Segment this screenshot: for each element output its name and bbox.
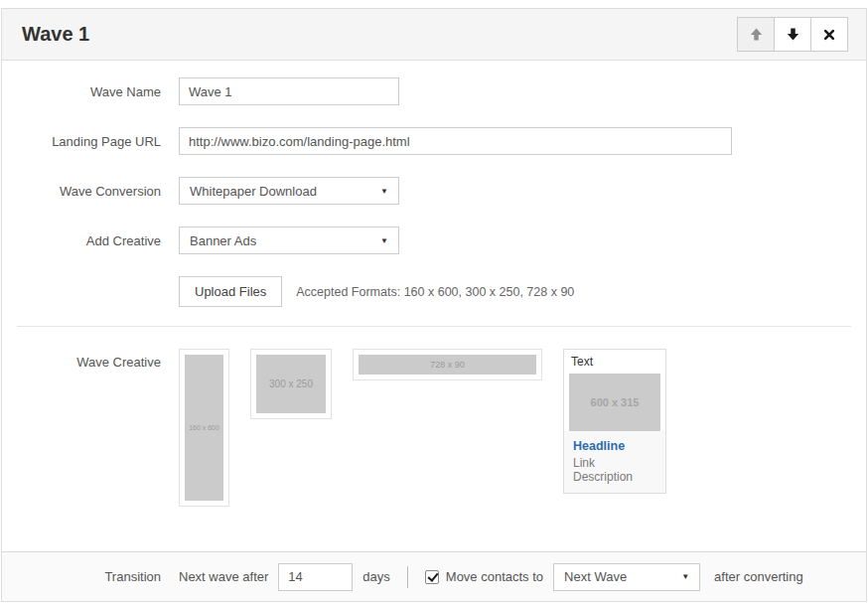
move-to-selected-value: Next Wave [564,569,627,584]
transition-bar: Transition Next wave after days Move con… [2,551,866,601]
creative-banner-160x600: 160 x 600 [179,349,229,507]
creative-banner-300x250: 300 x 250 [250,349,332,419]
creative-banner-728x90: 728 x 90 [353,349,542,380]
panel-header: Wave 1 [2,9,866,61]
landing-page-url-row: Landing Page URL [2,127,866,155]
text-ad-headline: Headline [573,439,656,453]
move-contacts-label: Move contacts to [446,569,543,584]
move-wave-up-button[interactable] [737,17,775,52]
wave-name-input[interactable] [179,77,399,105]
move-contacts-checkbox[interactable] [425,570,439,584]
wave-name-label: Wave Name [2,84,161,99]
wave-panel: Wave 1 Wave Name [1,8,867,602]
close-icon [823,29,835,41]
section-divider [17,326,851,327]
arrow-down-icon [786,27,800,42]
move-wave-down-button[interactable] [774,17,811,52]
chevron-down-icon: ▼ [681,572,689,581]
after-converting-text: after converting [714,569,803,584]
banner-placeholder: 728 x 90 [359,355,536,375]
text-ad-image-placeholder: 600 x 315 [569,374,660,431]
header-button-group [738,17,848,52]
add-creative-selected-value: Banner Ads [190,233,256,248]
wave-name-row: Wave Name [2,77,866,105]
text-ad-description: Link Description [573,456,656,484]
add-creative-select[interactable]: Banner Ads ▼ [179,226,399,254]
chevron-down-icon: ▼ [380,236,388,245]
chevron-down-icon: ▼ [380,187,388,196]
next-wave-after-text: Next wave after [179,569,268,584]
wave-conversion-label: Wave Conversion [2,184,161,199]
remove-wave-button[interactable] [810,17,848,52]
text-ad-title: Text [564,350,665,372]
upload-row: Upload Files Accepted Formats: 160 x 600… [2,276,866,307]
add-creative-label: Add Creative [2,233,161,248]
landing-page-url-label: Landing Page URL [2,134,161,149]
creative-cards: 160 x 600 300 x 250 728 x 90 Text 600 x … [179,349,666,507]
wave-creative-label: Wave Creative [2,349,161,370]
transition-label: Transition [2,569,161,584]
creative-text-ad: Text 600 x 315 Headline Link Description [563,349,666,494]
panel-body: Wave Name Landing Page URL Wave Conversi… [2,61,866,507]
days-input[interactable] [278,563,353,591]
text-ad-body: Headline Link Description [564,431,665,493]
wave-conversion-selected-value: Whitepaper Download [190,184,317,199]
accepted-formats-text: Accepted Formats: 160 x 600, 300 x 250, … [296,285,574,299]
banner-placeholder: 300 x 250 [256,355,326,413]
days-text: days [362,569,389,584]
wave-conversion-row: Wave Conversion Whitepaper Download ▼ [2,177,866,205]
upload-files-button[interactable]: Upload Files [179,276,282,307]
panel-title: Wave 1 [22,23,89,46]
move-to-select[interactable]: Next Wave ▼ [553,563,700,591]
banner-placeholder: 160 x 600 [185,355,223,501]
vertical-separator [407,566,408,588]
wave-conversion-select[interactable]: Whitepaper Download ▼ [179,177,399,205]
add-creative-row: Add Creative Banner Ads ▼ [2,226,866,254]
landing-page-url-input[interactable] [179,127,732,155]
arrow-up-icon [749,27,764,42]
wave-creative-row: Wave Creative 160 x 600 300 x 250 728 x … [2,349,866,507]
